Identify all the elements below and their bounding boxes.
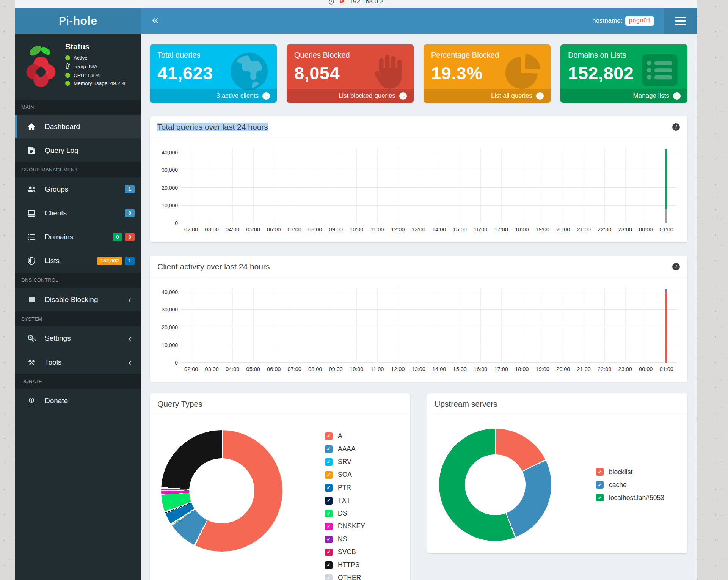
info-icon[interactable]: i bbox=[672, 123, 680, 131]
donate-icon: $ bbox=[27, 397, 36, 405]
legend-item-OTHER[interactable]: ✓OTHER bbox=[325, 574, 365, 580]
v-gridline bbox=[646, 147, 646, 223]
x-tick-label: 22:00 bbox=[598, 226, 611, 233]
v-gridline bbox=[356, 147, 357, 223]
total-queries-chart-panel: Total queries over last 24 hours i 010,0… bbox=[150, 116, 687, 242]
legend-item-DNSKEY[interactable]: ✓DNSKEY bbox=[325, 522, 365, 530]
legend-item-PTR[interactable]: ✓PTR bbox=[325, 484, 365, 492]
legend-item-SOA[interactable]: ✓SOA bbox=[325, 471, 365, 479]
sidebar-item-disable-blocking[interactable]: Disable Blocking ‹ bbox=[15, 288, 141, 311]
menu-toggle-button[interactable] bbox=[664, 8, 697, 34]
sidebar-item-lists[interactable]: Lists 152,802 1 bbox=[15, 249, 141, 273]
sidebar-item-donate[interactable]: $ Donate bbox=[15, 389, 141, 413]
x-tick-label: 04:00 bbox=[226, 366, 239, 372]
list-icon bbox=[27, 234, 36, 240]
legend-item-SVCB[interactable]: ✓SVCB bbox=[325, 548, 365, 556]
legend-item-SRV[interactable]: ✓SRV bbox=[325, 458, 365, 466]
legend-checkbox-icon[interactable]: ✓ bbox=[596, 494, 604, 501]
legend-item-A[interactable]: ✓A bbox=[325, 432, 365, 440]
sidebar-collapse-icon[interactable]: « bbox=[152, 14, 158, 28]
sidebar-section-system: SYSTEM bbox=[15, 311, 141, 326]
v-gridline bbox=[439, 147, 439, 223]
list-blocked-queries-link[interactable]: List blocked queries → bbox=[287, 89, 414, 103]
legend-checkbox-icon[interactable]: ✓ bbox=[325, 549, 333, 556]
legend-checkbox-icon[interactable]: ✓ bbox=[325, 497, 333, 505]
legend-checkbox-icon[interactable]: ✓ bbox=[325, 510, 333, 517]
v-gridline bbox=[191, 287, 191, 363]
raspberry-logo bbox=[21, 41, 61, 91]
legend-checkbox-icon[interactable]: ✓ bbox=[596, 481, 604, 489]
list-all-queries-link[interactable]: List all queries → bbox=[424, 89, 551, 103]
legend-checkbox-icon[interactable]: ✓ bbox=[325, 471, 333, 479]
legend-item-DS[interactable]: ✓DS bbox=[325, 509, 365, 517]
legend-item-cache[interactable]: ✓cache bbox=[596, 481, 664, 489]
v-gridline bbox=[584, 287, 584, 363]
v-gridline bbox=[419, 147, 419, 223]
x-tick-label: 15:00 bbox=[453, 366, 467, 372]
legend-checkbox-icon[interactable]: ✓ bbox=[325, 432, 333, 440]
x-tick-label: 23:00 bbox=[618, 366, 632, 372]
legend-item-NS[interactable]: ✓NS bbox=[325, 535, 365, 543]
legend-checkbox-icon[interactable]: ✓ bbox=[325, 458, 333, 466]
v-gridline bbox=[356, 287, 357, 363]
v-gridline bbox=[563, 287, 563, 363]
sidebar-item-query-log[interactable]: Query Log bbox=[15, 138, 141, 162]
legend-item-AAAA[interactable]: ✓AAAA bbox=[325, 445, 365, 453]
legend-checkbox-icon[interactable]: ✓ bbox=[596, 468, 604, 476]
sidebar-item-settings[interactable]: ⚙⚙ Settings ‹ bbox=[15, 326, 141, 350]
x-tick-label: 20:00 bbox=[556, 366, 570, 372]
clients-count-badge: 0 bbox=[125, 209, 135, 217]
legend-checkbox-icon[interactable]: ✓ bbox=[325, 523, 333, 530]
legend-item-localhost.lan#5053[interactable]: ✓localhost.lan#5053 bbox=[596, 494, 664, 502]
v-gridline bbox=[315, 287, 315, 363]
v-gridline bbox=[501, 147, 502, 223]
manage-lists-link[interactable]: Manage lists → bbox=[560, 89, 687, 103]
home-icon bbox=[27, 123, 36, 130]
x-tick-label: 22:00 bbox=[598, 366, 611, 372]
domains-on-lists-card: Domains on Lists 152,802 Manage lists → bbox=[560, 44, 687, 103]
status-dot-icon bbox=[65, 81, 70, 86]
gears-icon: ⚙⚙ bbox=[27, 334, 36, 343]
x-tick-label: 02:00 bbox=[184, 226, 198, 233]
status-block: Status Active Temp: N/A bbox=[15, 34, 141, 100]
x-tick-label: 19:00 bbox=[536, 366, 549, 372]
legend-checkbox-icon[interactable]: ✓ bbox=[325, 536, 333, 543]
legend-label: PTR bbox=[338, 484, 351, 492]
legend-label: A bbox=[338, 432, 342, 440]
x-tick-label: 21:00 bbox=[577, 366, 591, 372]
sidebar-item-dashboard[interactable]: Dashboard bbox=[15, 115, 141, 138]
clients-bar-chart: 010,00020,00030,00040,000 02:0003:0004:0… bbox=[157, 287, 678, 377]
sidebar-item-tools[interactable]: ⚒ Tools ‹ bbox=[15, 350, 141, 374]
card-value: 41,623 bbox=[157, 63, 269, 83]
x-tick-label: 18:00 bbox=[515, 226, 529, 233]
v-gridline bbox=[501, 287, 502, 363]
x-tick-label: 02:00 bbox=[184, 366, 198, 372]
address-text[interactable]: 192.168.0.2 bbox=[350, 0, 384, 5]
v-gridline bbox=[480, 287, 481, 363]
x-tick-label: 04:00 bbox=[226, 226, 239, 233]
legend-item-TXT[interactable]: ✓TXT bbox=[325, 497, 365, 505]
panel-title: Upstream servers bbox=[435, 399, 497, 409]
status-cpu: CPU: 1.8 % bbox=[65, 72, 126, 78]
v-gridline bbox=[522, 147, 522, 223]
legend-item-blocklist[interactable]: ✓blocklist bbox=[596, 468, 664, 476]
sidebar-item-clients[interactable]: Clients 0 bbox=[15, 201, 141, 225]
pihole-logo[interactable]: Pi-hole bbox=[15, 8, 141, 34]
bar-segment-blocked bbox=[665, 209, 667, 223]
legend-checkbox-icon[interactable]: ✓ bbox=[325, 561, 333, 569]
info-icon[interactable]: i bbox=[672, 263, 680, 270]
h-gridline bbox=[181, 205, 677, 206]
legend-checkbox-icon[interactable]: ✓ bbox=[325, 445, 333, 453]
active-clients-link[interactable]: 3 active clients → bbox=[150, 89, 277, 103]
sidebar-item-domains[interactable]: Domains 0 0 bbox=[15, 225, 141, 249]
arrow-circle-icon: → bbox=[673, 92, 681, 100]
h-gridline bbox=[181, 345, 677, 345]
legend-item-HTTPS[interactable]: ✓HTTPS bbox=[325, 561, 365, 569]
legend-checkbox-icon[interactable]: ✓ bbox=[325, 574, 333, 580]
h-gridline bbox=[181, 292, 677, 292]
sidebar-item-groups[interactable]: Groups 1 bbox=[15, 177, 141, 201]
hostname-badge: pogo01 bbox=[625, 16, 654, 26]
y-tick-label: 0 bbox=[175, 360, 178, 366]
domains-denied-badge: 0 bbox=[125, 233, 135, 241]
legend-checkbox-icon[interactable]: ✓ bbox=[325, 484, 333, 492]
